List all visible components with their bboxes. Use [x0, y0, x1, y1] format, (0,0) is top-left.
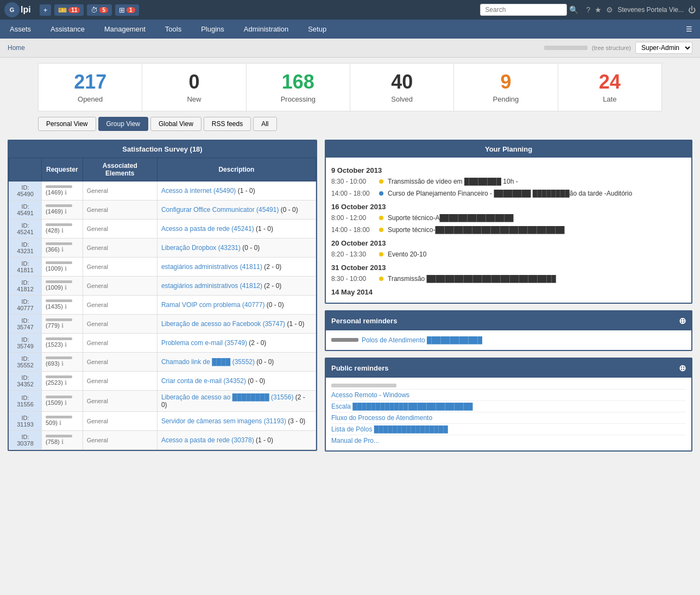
- desc-link[interactable]: estagiários administrativos (41811): [161, 263, 262, 271]
- home-link[interactable]: Home: [8, 44, 25, 52]
- stat-pending-label: Pending: [459, 95, 552, 103]
- stat-new-number: 0: [148, 71, 240, 93]
- row-description: estagiários administrativos (41811) (2 -…: [157, 257, 316, 276]
- nav-tools[interactable]: Tools: [155, 20, 191, 39]
- desc-link[interactable]: Ramal VOIP com problema (40777): [161, 301, 265, 309]
- profile-select[interactable]: Super-Admin: [635, 42, 692, 54]
- hamburger-icon[interactable]: ☰: [678, 20, 700, 39]
- desc-link[interactable]: Liberação Dropbox (43231): [161, 244, 241, 252]
- row-associated: General: [83, 352, 157, 371]
- planning-event: 14:00 - 18:00Curso de Planejamento Finan…: [331, 189, 686, 198]
- logo[interactable]: G lpi: [4, 2, 31, 17]
- stat-processing[interactable]: 168 Processing: [247, 64, 350, 111]
- event-text[interactable]: Transmissão de vídeo em ████████ 10h -: [388, 178, 686, 185]
- row-id: ID:45241: [9, 219, 42, 238]
- tickets-button[interactable]: 🎫 11: [54, 4, 84, 16]
- reminder-link[interactable]: Lista de Pólos ████████████████: [331, 425, 448, 433]
- table-row: ID:34352 (2523) ℹGeneralCriar conta de e…: [9, 371, 316, 390]
- row-description: Liberação de acesso ao Facebook (35747) …: [157, 314, 316, 333]
- clock-button[interactable]: ⏱ 5: [87, 4, 112, 16]
- desc-link[interactable]: Liberação de acesso ao Facebook (35747): [161, 320, 285, 328]
- breadcrumb-right: (tree structure) Super-Admin: [544, 42, 692, 54]
- event-dot-yellow: [379, 216, 383, 220]
- tab-all[interactable]: All: [253, 117, 276, 131]
- user-name[interactable]: Stevenes Portela Vie...: [617, 6, 684, 14]
- public-reminders-title: Public reminders: [331, 364, 388, 372]
- tickets-icon: 🎫: [58, 6, 67, 14]
- tab-global-view[interactable]: Global View: [150, 117, 201, 131]
- col-requester: Requester: [42, 158, 83, 181]
- row-associated: General: [83, 333, 157, 352]
- table-row: ID:30378 (758) ℹGeneralAcesso a pasta de…: [9, 430, 316, 449]
- row-associated: General: [83, 181, 157, 200]
- desc-link[interactable]: Criar conta de e-mail (34352): [161, 377, 246, 385]
- public-reminders-add-icon[interactable]: ⊕: [679, 363, 686, 373]
- nav-administration[interactable]: Administration: [234, 20, 298, 39]
- table-row: ID:40777 (1435) ℹGeneralRamal VOIP com p…: [9, 295, 316, 314]
- col-description: Description: [157, 158, 316, 181]
- planning-event: 8:30 - 10:00Transmissão de vídeo em ████…: [331, 177, 686, 186]
- desc-link[interactable]: Liberação de acesso ao ████████ (31556): [161, 393, 293, 401]
- nav-setup[interactable]: Setup: [298, 20, 336, 39]
- event-time: 14:00 - 18:00: [331, 190, 375, 197]
- add-button[interactable]: +: [40, 4, 52, 16]
- reminder-link[interactable]: Fluxo do Processo de Atendimento: [331, 414, 432, 422]
- row-associated: General: [83, 200, 157, 219]
- favorite-icon[interactable]: ★: [595, 5, 602, 14]
- search-button[interactable]: 🔍: [569, 5, 578, 14]
- grid-badge: 1: [127, 7, 135, 13]
- event-text[interactable]: Curso de Planejamento Financeiro - █████…: [388, 190, 686, 197]
- tab-group-view[interactable]: Group View: [98, 117, 148, 131]
- stat-pending[interactable]: 9 Pending: [454, 64, 558, 111]
- nav-management[interactable]: Management: [94, 20, 155, 39]
- reminder-dot: [331, 338, 358, 342]
- stat-solved[interactable]: 40 Solved: [350, 64, 454, 111]
- power-icon[interactable]: ⏻: [688, 5, 696, 14]
- reminder-link[interactable]: Manual de Pro...: [331, 437, 379, 444]
- nav-assets[interactable]: Assets: [0, 20, 41, 39]
- survey-table-container: Satisfaction Survey (18) Requester Assoc…: [8, 140, 317, 451]
- event-text[interactable]: Evento 20-10: [388, 250, 686, 258]
- event-text[interactable]: Transmissão ████████████████████████████: [388, 275, 686, 283]
- breadcrumb[interactable]: Home: [8, 44, 25, 52]
- desc-link[interactable]: Problema com e-mail (35749): [161, 339, 247, 347]
- search-input[interactable]: [480, 4, 567, 16]
- reminder-link[interactable]: Polos de Atendimento ████████████: [362, 336, 482, 344]
- row-associated: General: [83, 219, 157, 238]
- row-id: ID:35749: [9, 333, 42, 352]
- row-requester: (1509) ℹ: [42, 390, 83, 411]
- desc-link[interactable]: Acesso a pasta de rede (45241): [161, 225, 254, 233]
- row-description: Acesso à internet (45490) (1 - 0): [157, 181, 316, 200]
- personal-reminder-item: Polos de Atendimento ████████████: [331, 335, 686, 346]
- personal-reminders-add-icon[interactable]: ⊕: [679, 316, 686, 326]
- nav-assistance[interactable]: Assistance: [41, 20, 94, 39]
- tab-rss-feeds[interactable]: RSS feeds: [204, 117, 251, 131]
- row-associated: General: [83, 276, 157, 295]
- event-text[interactable]: Suporte técnico-████████████████████████…: [388, 226, 686, 234]
- desc-link[interactable]: Chamado link de ████ (35552): [161, 358, 255, 366]
- table-row: ID:31556 (1509) ℹGeneralLiberação de ace…: [9, 390, 316, 411]
- desc-link[interactable]: Acesso à internet (45490): [161, 187, 236, 195]
- content-area: Satisfaction Survey (18) Requester Assoc…: [8, 134, 692, 452]
- row-description: Configurar Office Communicator (45491) (…: [157, 200, 316, 219]
- reminder-link[interactable]: Escala ██████████████████████████: [331, 403, 472, 410]
- settings-icon[interactable]: ⚙: [606, 5, 613, 14]
- desc-link[interactable]: estagiários administrativos (41812): [161, 282, 262, 290]
- row-description: Liberação de acesso ao ████████ (31556) …: [157, 390, 316, 411]
- logo-icon: G: [4, 2, 20, 17]
- stat-opened[interactable]: 217 Opened: [39, 64, 142, 111]
- clock-badge: 5: [99, 7, 108, 13]
- row-id: ID:30378: [9, 430, 42, 449]
- desc-link[interactable]: Servidor de câmeras sem imagens (31193): [161, 417, 286, 425]
- grid-button[interactable]: ⊞ 1: [115, 4, 139, 16]
- nav-plugins[interactable]: Plugins: [191, 20, 234, 39]
- help-icon[interactable]: ?: [586, 5, 590, 14]
- stat-new[interactable]: 0 New: [142, 64, 246, 111]
- event-text[interactable]: Suporte técnico-A████████████████: [388, 214, 686, 222]
- stat-late[interactable]: 24 Late: [558, 64, 661, 111]
- desc-link[interactable]: Configurar Office Communicator (45491): [161, 206, 279, 214]
- tab-personal-view[interactable]: Personal View: [38, 117, 96, 131]
- table-row: ID:45241 (428) ℹGeneralAcesso a pasta de…: [9, 219, 316, 238]
- desc-link[interactable]: Acesso a pasta de rede (30378): [161, 436, 254, 444]
- reminder-link[interactable]: Acesso Remoto - Windows: [331, 391, 409, 399]
